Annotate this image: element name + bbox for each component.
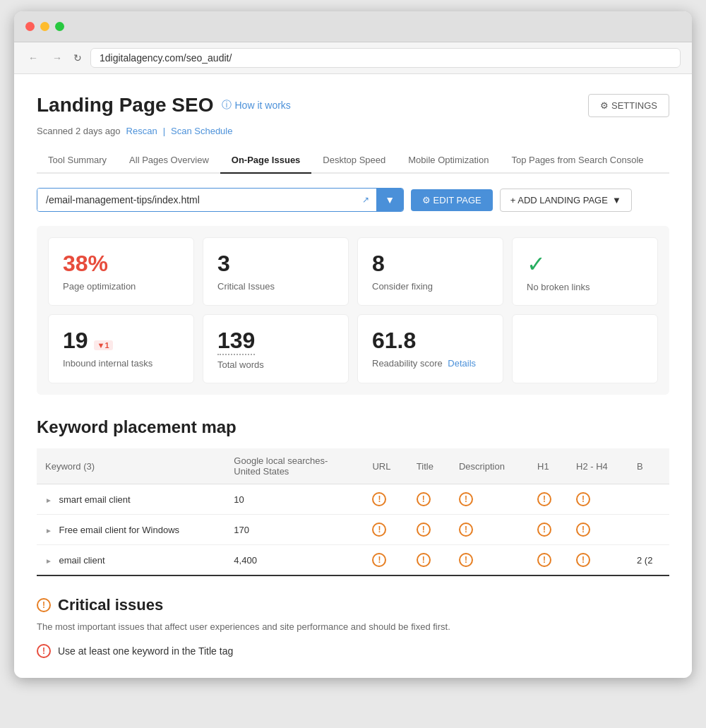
- h1-cell: !: [529, 515, 568, 545]
- h2h4-cell: !: [568, 484, 628, 515]
- rescan-link[interactable]: Rescan: [126, 126, 157, 136]
- keyword-cell: ► Free email client for Windows: [37, 515, 225, 545]
- metric-critical-label: Critical Issues: [217, 281, 334, 292]
- scan-info: Scanned 2 days ago Rescan | Scan Schedul…: [37, 126, 669, 136]
- metric-readability-label: Readability score Details: [372, 358, 489, 369]
- critical-issues-section: ! Critical issues The most important iss…: [37, 593, 669, 658]
- minimize-button[interactable]: [40, 22, 49, 31]
- url-cell: !: [364, 515, 407, 545]
- keyword-section-title: Keyword placement map: [37, 417, 669, 437]
- settings-button[interactable]: ⚙ SETTINGS: [588, 94, 669, 117]
- col-keyword: Keyword (3): [37, 448, 225, 484]
- expand-icon[interactable]: ►: [45, 527, 52, 535]
- close-button[interactable]: [25, 22, 35, 31]
- browser-window: ← → ↻ 1digitalagency.com/seo_audit/ Land…: [14, 11, 692, 678]
- tab-tool-summary[interactable]: Tool Summary: [37, 148, 118, 174]
- metric-empty: [512, 314, 658, 383]
- keyword-cell: ► email client: [37, 545, 225, 576]
- table-row: ► email client 4,400 ! ! ! ! ! 2 (2: [37, 545, 669, 576]
- metric-words-label: Total words: [217, 359, 334, 370]
- expand-icon[interactable]: ►: [45, 496, 52, 504]
- table-row: ► Free email client for Windows 170 ! ! …: [37, 515, 669, 545]
- metric-readability: 61.8 Readability score Details: [357, 314, 503, 383]
- tab-top-pages[interactable]: Top Pages from Search Console: [500, 148, 654, 174]
- warning-icon: !: [537, 492, 551, 506]
- metric-inbound-value: 19 ▼1: [63, 328, 179, 354]
- warning-icon: !: [372, 553, 386, 567]
- tab-all-pages[interactable]: All Pages Overview: [118, 148, 220, 174]
- expand-icon[interactable]: ►: [45, 557, 52, 565]
- searches-cell: 10: [225, 484, 364, 515]
- warning-icon: !: [372, 492, 386, 506]
- table-header-row: Keyword (3) Google local searches-United…: [37, 448, 669, 484]
- issue-item: ! Use at least one keyword in the Title …: [37, 644, 669, 658]
- how-it-works-link[interactable]: ⓘ How it works: [222, 99, 290, 112]
- external-link-icon[interactable]: ↗: [355, 189, 376, 211]
- metric-broken-label: No broken links: [527, 282, 643, 292]
- critical-warning-icon: !: [37, 598, 51, 612]
- col-h2h4: H2 - H4: [568, 448, 628, 484]
- metric-optimization-label: Page optimization: [63, 281, 179, 292]
- metric-consider-fixing: 8 Consider fixing: [357, 237, 503, 306]
- warning-icon: !: [459, 553, 473, 567]
- h2h4-cell: !: [568, 515, 628, 545]
- warning-icon: !: [372, 523, 386, 537]
- metric-consider-label: Consider fixing: [372, 281, 489, 292]
- scan-schedule-link[interactable]: Scan Schedule: [171, 126, 232, 136]
- metrics-grid: 38% Page optimization 3 Critical Issues …: [37, 226, 669, 395]
- dropdown-arrow-icon: ▼: [612, 195, 621, 205]
- back-button[interactable]: ←: [25, 51, 41, 65]
- title-cell: !: [408, 484, 450, 515]
- h1-cell: !: [529, 545, 568, 576]
- edit-page-button[interactable]: ⚙ EDIT PAGE: [411, 189, 493, 211]
- metric-consider-value: 8: [372, 251, 489, 277]
- titlebar: [14, 11, 692, 42]
- metric-page-optimization: 38% Page optimization: [48, 237, 194, 306]
- col-b: B: [628, 448, 669, 484]
- col-description: Description: [450, 448, 529, 484]
- warning-icon: !: [459, 523, 473, 537]
- question-icon: ⓘ: [222, 99, 232, 112]
- url-cell: !: [364, 545, 407, 576]
- metric-total-words: 139 Total words: [203, 314, 349, 383]
- warning-icon: !: [417, 553, 431, 567]
- page-header: Landing Page SEO ⓘ How it works ⚙ SETTIN…: [37, 94, 669, 117]
- col-searches: Google local searches-United States: [225, 448, 364, 484]
- tab-mobile-opt[interactable]: Mobile Optimization: [397, 148, 500, 174]
- keyword-section: Keyword placement map Keyword (3) Google…: [37, 414, 669, 576]
- traffic-lights: [25, 22, 64, 31]
- page-input-group: ↗ ▼: [37, 188, 404, 212]
- page-content: Landing Page SEO ⓘ How it works ⚙ SETTIN…: [14, 74, 692, 678]
- page-selector: ↗ ▼ ⚙ EDIT PAGE + ADD LANDING PAGE ▼: [37, 188, 669, 212]
- metric-readability-value: 61.8: [372, 328, 489, 354]
- metric-inbound-badge: ▼1: [94, 340, 113, 350]
- tab-desktop-speed[interactable]: Desktop Speed: [311, 148, 397, 174]
- col-h1: H1: [529, 448, 568, 484]
- metric-inbound: 19 ▼1 Inbound internal tasks: [48, 314, 194, 383]
- h2h4-cell: !: [568, 545, 628, 576]
- metric-inbound-label: Inbound internal tasks: [63, 358, 179, 369]
- page-title-group: Landing Page SEO ⓘ How it works: [37, 94, 291, 117]
- metrics-row-1: 38% Page optimization 3 Critical Issues …: [48, 237, 658, 306]
- b-cell: 2 (2: [628, 545, 669, 576]
- keyword-cell: ► smart email client: [37, 484, 225, 515]
- maximize-button[interactable]: [55, 22, 64, 31]
- forward-button[interactable]: →: [49, 51, 65, 65]
- refresh-button[interactable]: ↻: [73, 52, 82, 64]
- metric-critical-value: 3: [217, 251, 334, 277]
- warning-icon: !: [576, 553, 590, 567]
- page-url-input[interactable]: [37, 189, 355, 211]
- searches-cell: 170: [225, 515, 364, 545]
- b-cell: [628, 484, 669, 515]
- scan-date: Scanned 2 days ago: [37, 126, 121, 136]
- page-title: Landing Page SEO: [37, 94, 213, 117]
- page-dropdown-button[interactable]: ▼: [376, 189, 403, 211]
- col-title: Title: [408, 448, 450, 484]
- readability-details-link[interactable]: Details: [448, 358, 476, 369]
- add-landing-page-button[interactable]: + ADD LANDING PAGE ▼: [500, 189, 632, 212]
- warning-icon: !: [576, 492, 590, 506]
- tab-on-page-issues[interactable]: On-Page Issues: [220, 148, 312, 174]
- metric-broken-links: ✓ No broken links: [512, 237, 658, 306]
- address-bar[interactable]: 1digitalagency.com/seo_audit/: [90, 48, 681, 68]
- col-url: URL: [364, 448, 407, 484]
